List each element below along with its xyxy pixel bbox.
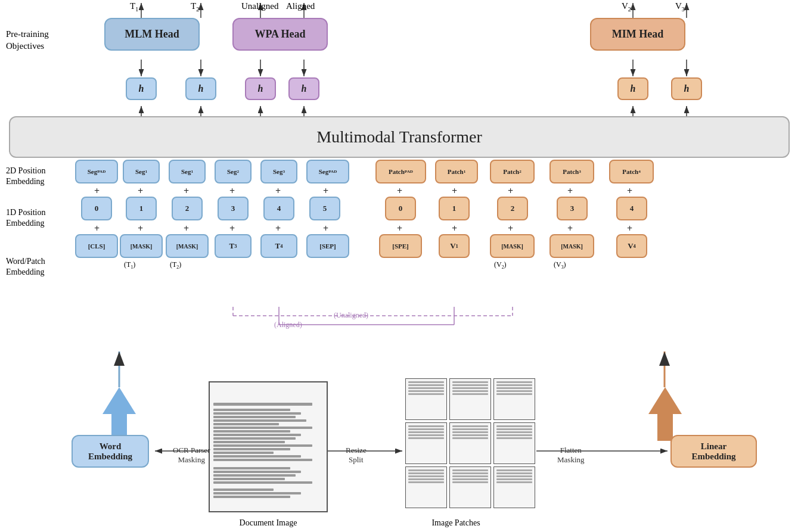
document-label: Document Image: [232, 518, 304, 528]
mlm-head-label: MLM Head: [125, 28, 179, 41]
unaligned-annotation: (Unaligned): [334, 311, 368, 320]
pos1d-1-blue: 1: [126, 197, 157, 220]
pos2d-label: 2D PositionEmbedding: [6, 166, 72, 187]
linear-embedding-box: LinearEmbedding: [670, 435, 757, 468]
multimodal-transformer: Multimodal Transformer: [9, 116, 790, 158]
mim-head-box: MIM Head: [590, 18, 685, 51]
pos1d-1-orange: 1: [439, 197, 470, 220]
label-v3: V3: [675, 1, 685, 13]
pos1d-2-blue: 2: [172, 197, 203, 220]
word-emb-arrow-head: [103, 387, 136, 414]
resize-split-label: ResizeSplit: [346, 446, 367, 465]
h-box-mim-1: h: [617, 77, 648, 100]
word-t4: T4: [260, 234, 297, 258]
h-box-wpa-1: h: [245, 77, 276, 100]
word-mask-v3: [MASK]: [549, 234, 594, 258]
pos1d-2-orange: 2: [497, 197, 528, 220]
aligned-annotation: (Aligned): [274, 321, 302, 329]
seg-pad-5: SegPAD: [306, 160, 349, 183]
seg-3-0: Seg3: [260, 160, 297, 183]
label-unaligned: Unaligned: [241, 1, 278, 11]
image-patches: [405, 378, 535, 508]
mlm-head-box: MLM Head: [104, 18, 200, 51]
wpa-head-box: WPA Head: [232, 18, 328, 51]
patch-1: Patch1: [435, 160, 478, 183]
word-t3: T3: [215, 234, 252, 258]
seg-2-0: Seg2: [215, 160, 252, 183]
t1-sub-label: (T1): [124, 260, 135, 270]
patches-label: Image Patches: [414, 518, 498, 528]
patch-cell-9: [493, 466, 535, 508]
label-aligned: Aligned: [286, 1, 315, 11]
ocr-masking-label: OCR ParserMasking: [173, 446, 210, 465]
transformer-label: Multimodal Transformer: [316, 127, 482, 147]
pos1d-0-blue: 0: [81, 197, 112, 220]
word-embedding-label: WordEmbedding: [88, 441, 132, 462]
h-box-mlm-2: h: [185, 77, 216, 100]
v2-sub-label: (V2): [494, 260, 507, 270]
word-spe: [SPE]: [379, 234, 422, 258]
word-mask-1: [MASK]: [120, 234, 163, 258]
h-box-wpa-2: h: [288, 77, 319, 100]
linear-emb-arrow-head: [648, 387, 682, 414]
patch-cell-7: [405, 466, 447, 508]
h-box-mlm-1: h: [126, 77, 157, 100]
seg-1-0: Seg1: [123, 160, 160, 183]
word-patch-label: Word/PatchEmbedding: [6, 256, 72, 278]
mim-head-label: MIM Head: [612, 28, 663, 41]
wpa-head-label: WPA Head: [254, 28, 305, 41]
label-t2: T2: [191, 1, 199, 13]
seg-1-1: Seg1: [169, 160, 206, 183]
t2-sub-label: (T2): [170, 260, 181, 270]
patch-3: Patch3: [549, 160, 594, 183]
pretrain-label: Pre-training Objectives: [6, 29, 77, 52]
pos1d-3-orange: 3: [557, 197, 588, 220]
word-mask-2: [MASK]: [166, 234, 209, 258]
pos1d-4-orange: 4: [616, 197, 647, 220]
word-cls: [CLS]: [75, 234, 118, 258]
v3-sub-label: (V3): [554, 260, 566, 270]
pos1d-0-orange: 0: [385, 197, 416, 220]
patch-cell-1: [405, 378, 447, 420]
pos1d-3-blue: 3: [218, 197, 249, 220]
diagram: T1 T2 Unaligned Aligned V2 V3 Pre-traini…: [0, 0, 801, 532]
label-v2: V2: [622, 1, 631, 13]
pos1d-4-blue: 4: [263, 197, 294, 220]
patch-cell-6: [493, 422, 535, 464]
patch-cell-4: [405, 422, 447, 464]
word-mask-v2: [MASK]: [490, 234, 535, 258]
patch-cell-2: [449, 378, 491, 420]
pos1d-5-blue: 5: [309, 197, 340, 220]
word-sep: [SEP]: [306, 234, 349, 258]
word-embedding-box: WordEmbedding: [72, 435, 149, 468]
label-t1: T1: [130, 1, 138, 13]
pos1d-label: 1D PositionEmbedding: [6, 207, 72, 229]
patch-4: Patch4: [609, 160, 654, 183]
patch-2: Patch2: [490, 160, 535, 183]
seg-pad-0: SegPAD: [75, 160, 118, 183]
patch-pad-0: PatchPAD: [375, 160, 426, 183]
linear-embedding-label: LinearEmbedding: [691, 441, 735, 462]
word-v4: V4: [616, 234, 647, 258]
patch-cell-8: [449, 466, 491, 508]
word-v1: V1: [439, 234, 470, 258]
document-image: [209, 381, 328, 512]
flatten-masking-label: FlattenMasking: [557, 446, 585, 465]
linear-emb-arrow-stem: [657, 411, 673, 441]
patch-cell-3: [493, 378, 535, 420]
h-box-mim-2: h: [671, 77, 702, 100]
patch-cell-5: [449, 422, 491, 464]
